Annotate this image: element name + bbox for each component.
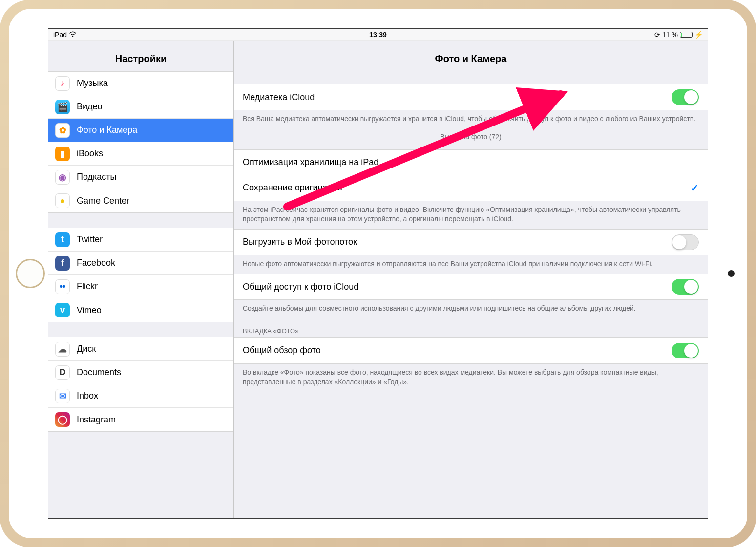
toggle-switch[interactable] bbox=[672, 89, 699, 105]
app-icon: •• bbox=[55, 279, 70, 294]
home-button[interactable] bbox=[16, 259, 45, 288]
setting-row-label: Общий доступ к фото iCloud bbox=[243, 282, 358, 292]
setting-row-label: Выгрузить в Мой фотопоток bbox=[243, 237, 357, 247]
battery-percent: 11 % bbox=[662, 31, 678, 39]
sidebar-title: Настройки bbox=[48, 41, 233, 71]
section-header: ВКЛАДКА «ФОТО» bbox=[234, 318, 708, 337]
setting-row-label: Сохранение оригиналов bbox=[243, 183, 342, 193]
setting-row-оптимизация-хранилища-на-ipad[interactable]: Оптимизация хранилища на iPad bbox=[234, 150, 708, 175]
sidebar-item-label: Twitter bbox=[77, 234, 103, 245]
sidebar-item-flickr[interactable]: ••Flickr bbox=[48, 275, 233, 298]
setting-row-label: Медиатека iCloud bbox=[243, 92, 315, 103]
app-icon: v bbox=[55, 303, 70, 317]
sidebar-item-label: Vimeo bbox=[77, 305, 102, 316]
section-footer: Во вкладке «Фото» показаны все фото, нах… bbox=[234, 364, 708, 392]
sidebar-item-label: Подкасты bbox=[77, 172, 117, 182]
sidebar-item-label: Documents bbox=[77, 367, 121, 378]
sidebar-item-facebook[interactable]: fFacebook bbox=[48, 252, 233, 275]
toggle-switch[interactable] bbox=[672, 279, 699, 295]
sidebar-item-label: Диск bbox=[77, 344, 96, 354]
section-footer: Создайте альбомы для совместного использ… bbox=[234, 300, 708, 318]
setting-row-общий-доступ-к-фото-icloud[interactable]: Общий доступ к фото iCloud bbox=[234, 274, 708, 299]
sidebar-item-label: Instagram bbox=[77, 415, 116, 425]
upload-status: Выгрузка фото (72) bbox=[234, 129, 708, 149]
sidebar-item-подкасты[interactable]: ◉Подкасты bbox=[48, 166, 233, 189]
setting-row-label: Оптимизация хранилища на iPad bbox=[243, 157, 378, 168]
sidebar-item-диск[interactable]: ☁Диск bbox=[48, 337, 233, 361]
setting-row-label: Общий обзор фото bbox=[243, 345, 321, 356]
app-icon: ♪ bbox=[55, 76, 70, 91]
app-icon: ▮ bbox=[55, 147, 70, 161]
setting-row-сохранение-оригиналов[interactable]: Сохранение оригиналов✓ bbox=[234, 175, 708, 201]
app-icon: D bbox=[55, 365, 70, 380]
sidebar-item-видео[interactable]: 🎬Видео bbox=[48, 95, 233, 119]
sidebar-item-inbox[interactable]: ✉Inbox bbox=[48, 384, 233, 408]
app-icon: ● bbox=[55, 193, 70, 208]
orientation-lock-icon: ⟳ bbox=[654, 31, 660, 39]
sidebar-item-instagram[interactable]: ◯Instagram bbox=[48, 408, 233, 431]
sidebar-item-фото-и-камера[interactable]: ✿Фото и Камера bbox=[48, 119, 233, 142]
app-icon: f bbox=[55, 256, 70, 271]
section-footer: Новые фото автоматически выгружаются и о… bbox=[234, 255, 708, 274]
setting-row-общий-обзор-фото[interactable]: Общий обзор фото bbox=[234, 338, 708, 363]
clock: 13:39 bbox=[369, 31, 387, 39]
sidebar-item-label: Game Center bbox=[77, 196, 129, 206]
sidebar-item-ibooks[interactable]: ▮iBooks bbox=[48, 142, 233, 166]
app-icon: ◯ bbox=[55, 412, 70, 427]
sidebar-item-label: Фото и Камера bbox=[77, 125, 137, 135]
app-icon: t bbox=[55, 232, 70, 247]
app-icon: 🎬 bbox=[55, 100, 70, 114]
section-footer: Вся Ваша медиатека автоматически выгружа… bbox=[234, 110, 708, 129]
detail-title: Фото и Камера bbox=[234, 41, 708, 71]
sidebar-item-game-center[interactable]: ●Game Center bbox=[48, 189, 233, 212]
sidebar-item-label: iBooks bbox=[77, 148, 103, 159]
toggle-switch[interactable] bbox=[672, 234, 699, 250]
section-footer: На этом iPad сейчас хранятся оригиналы ф… bbox=[234, 201, 708, 229]
sidebar-item-documents[interactable]: DDocuments bbox=[48, 361, 233, 384]
app-icon: ◉ bbox=[55, 170, 70, 185]
sidebar-item-музыка[interactable]: ♪Музыка bbox=[48, 72, 233, 95]
sidebar-item-label: Видео bbox=[77, 102, 103, 112]
charging-icon: ⚡ bbox=[694, 31, 703, 39]
app-icon: ☁ bbox=[55, 342, 70, 357]
sidebar-item-vimeo[interactable]: vVimeo bbox=[48, 298, 233, 322]
settings-detail: Фото и Камера Медиатека iCloudВся Ваша м… bbox=[234, 41, 708, 518]
settings-sidebar: Настройки ♪Музыка🎬Видео✿Фото и Камера▮iB… bbox=[48, 41, 234, 518]
sidebar-item-label: Inbox bbox=[77, 391, 98, 401]
app-icon: ✿ bbox=[55, 123, 70, 138]
app-icon: ✉ bbox=[55, 389, 70, 403]
setting-row-выгрузить-в-мой-фотопоток[interactable]: Выгрузить в Мой фотопоток bbox=[234, 230, 708, 255]
sidebar-item-twitter[interactable]: tTwitter bbox=[48, 228, 233, 252]
toggle-switch[interactable] bbox=[672, 343, 699, 358]
sidebar-item-label: Facebook bbox=[77, 258, 115, 268]
sidebar-item-label: Музыка bbox=[77, 78, 108, 88]
device-label: iPad bbox=[53, 31, 67, 39]
sidebar-item-label: Flickr bbox=[77, 281, 98, 292]
wifi-icon bbox=[69, 31, 77, 39]
svg-point-0 bbox=[72, 35, 74, 37]
front-camera bbox=[728, 270, 735, 277]
checkmark-icon: ✓ bbox=[691, 182, 699, 194]
battery-icon bbox=[680, 32, 693, 38]
status-bar: iPad 13:39 ⟳ 11 % ⚡ bbox=[48, 29, 708, 41]
setting-row-медиатека-icloud[interactable]: Медиатека iCloud bbox=[234, 84, 708, 110]
